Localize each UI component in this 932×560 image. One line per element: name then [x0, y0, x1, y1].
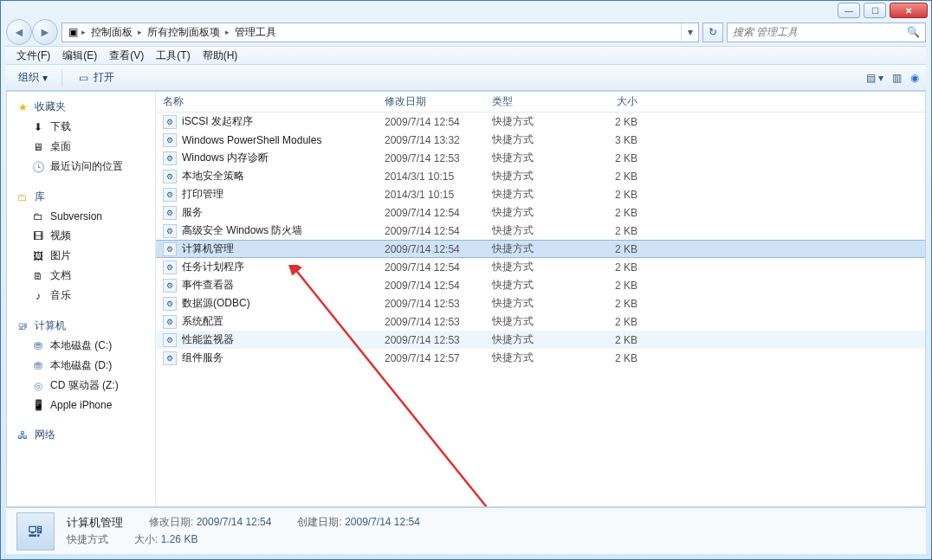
file-row[interactable]: ⚙系统配置2009/7/14 12:53快捷方式2 KB	[156, 312, 925, 331]
breadcrumb[interactable]: 控制面板	[87, 23, 136, 42]
breadcrumb[interactable]: 管理工具	[231, 23, 280, 42]
content-area: ★收藏夹 ⬇下载 🖥桌面 🕓最近访问的位置 🗀库 🗀Subversion 🎞视频…	[6, 91, 926, 507]
address-bar[interactable]: ▣ ▸ 控制面板 ▸ 所有控制面板项 ▸ 管理工具 ▾	[61, 23, 699, 42]
file-date: 2009/7/14 12:54	[378, 205, 485, 221]
file-size: 2 KB	[587, 169, 651, 184]
forward-button[interactable]: ►	[32, 19, 58, 45]
file-row[interactable]: ⚙性能监视器2009/7/14 12:53快捷方式2 KB	[156, 331, 925, 349]
file-row[interactable]: ⚙组件服务2009/7/14 12:57快捷方式2 KB	[156, 349, 925, 367]
sidebar-computer-head[interactable]: 🖳计算机	[7, 316, 155, 336]
file-row[interactable]: ⚙Windows 内存诊断2009/7/14 12:53快捷方式2 KB	[156, 149, 925, 167]
navigation-pane[interactable]: ★收藏夹 ⬇下载 🖥桌面 🕓最近访问的位置 🗀库 🗀Subversion 🎞视频…	[7, 92, 156, 506]
sidebar-item-drive-z[interactable]: ◎CD 驱动器 (Z:)	[7, 376, 155, 396]
file-name: 事件查看器	[182, 278, 234, 293]
sidebar-item-documents[interactable]: 🗎文档	[7, 266, 155, 286]
file-size: 2 KB	[587, 314, 651, 330]
file-name: 本地安全策略	[182, 169, 244, 183]
file-row[interactable]: ⚙事件查看器2009/7/14 12:54快捷方式2 KB	[156, 276, 925, 294]
breadcrumb[interactable]: 所有控制面板项	[144, 23, 223, 42]
column-headers: 名称 修改日期 类型 大小	[156, 92, 925, 113]
sidebar-item-recent[interactable]: 🕓最近访问的位置	[7, 157, 155, 177]
menu-file[interactable]: 文件(F)	[11, 46, 55, 66]
library-icon: 🗀	[16, 190, 29, 204]
file-type: 快捷方式	[485, 294, 587, 312]
menu-edit[interactable]: 编辑(E)	[57, 46, 102, 66]
file-date: 2014/3/1 10:15	[378, 187, 485, 203]
file-row[interactable]: ⚙服务2009/7/14 12:54快捷方式2 KB	[156, 203, 925, 222]
view-options-button[interactable]: ▤ ▾	[866, 72, 883, 84]
file-size: 3 KB	[587, 132, 651, 148]
file-date: 2009/7/14 12:54	[378, 241, 485, 257]
sidebar-item-music[interactable]: ♪音乐	[7, 286, 155, 306]
column-size[interactable]: 大小	[587, 91, 651, 113]
sidebar-item-videos[interactable]: 🎞视频	[7, 226, 155, 246]
maximize-button[interactable]: ☐	[864, 3, 886, 18]
column-name[interactable]: 名称	[156, 91, 378, 113]
file-type: 快捷方式	[485, 185, 587, 203]
file-row[interactable]: ⚙任务计划程序2009/7/14 12:54快捷方式2 KB	[156, 258, 925, 276]
file-name: 数据源(ODBC)	[182, 296, 250, 311]
refresh-button[interactable]: ↻	[702, 23, 723, 42]
menu-help[interactable]: 帮助(H)	[197, 46, 243, 66]
file-row[interactable]: ⚙高级安全 Windows 防火墙2009/7/14 12:54快捷方式2 KB	[156, 222, 925, 240]
file-date: 2009/7/14 12:53	[378, 332, 485, 348]
back-button[interactable]: ◄	[6, 19, 32, 45]
file-row[interactable]: ⚙计算机管理2009/7/14 12:54快捷方式2 KB	[156, 240, 925, 258]
folder-icon: 🗀	[31, 209, 45, 223]
help-button[interactable]: ◉	[910, 72, 919, 84]
drive-icon: ⛃	[31, 359, 45, 373]
open-button[interactable]: ▭ 打开	[71, 68, 120, 87]
chevron-right-icon[interactable]: ▸	[81, 28, 86, 36]
file-name: 性能监视器	[182, 332, 234, 347]
chevron-right-icon[interactable]: ▸	[138, 28, 142, 36]
sidebar-item-subversion[interactable]: 🗀Subversion	[7, 207, 155, 226]
address-dropdown[interactable]: ▾	[681, 23, 698, 42]
sidebar-item-desktop[interactable]: 🖥桌面	[7, 137, 155, 157]
file-row[interactable]: ⚙本地安全策略2014/3/1 10:15快捷方式2 KB	[156, 167, 925, 185]
shortcut-icon: ⚙	[163, 297, 177, 311]
sidebar-item-pictures[interactable]: 🖼图片	[7, 246, 155, 266]
shortcut-icon: ⚙	[163, 206, 177, 220]
file-date: 2009/7/14 13:32	[378, 132, 485, 148]
file-date: 2009/7/14 12:57	[378, 351, 485, 366]
file-name: 打印管理	[182, 187, 223, 202]
preview-pane-button[interactable]: ▥	[892, 72, 902, 84]
column-type[interactable]: 类型	[485, 91, 587, 113]
picture-icon: 🖼	[31, 249, 45, 263]
file-rows[interactable]: ⚙iSCSI 发起程序2009/7/14 12:54快捷方式2 KB⚙Windo…	[156, 113, 925, 506]
shortcut-icon: ⚙	[163, 133, 177, 147]
sidebar-libraries-head[interactable]: 🗀库	[7, 187, 155, 207]
menu-view[interactable]: 查看(V)	[104, 46, 149, 66]
sidebar-item-drive-d[interactable]: ⛃本地磁盘 (D:)	[7, 356, 155, 376]
file-row[interactable]: ⚙数据源(ODBC)2009/7/14 12:53快捷方式2 KB	[156, 294, 925, 312]
sidebar-favorites-head[interactable]: ★收藏夹	[7, 97, 155, 117]
shortcut-icon: ⚙	[163, 315, 177, 329]
file-row[interactable]: ⚙打印管理2014/3/1 10:15快捷方式2 KB	[156, 185, 925, 203]
minimize-button[interactable]: —	[838, 3, 860, 18]
file-type: 快捷方式	[485, 131, 587, 149]
shortcut-icon: ⚙	[163, 279, 177, 293]
file-type: 快捷方式	[485, 167, 587, 185]
file-name: Windows PowerShell Modules	[182, 134, 321, 146]
file-size: 2 KB	[587, 241, 651, 257]
sidebar-item-downloads[interactable]: ⬇下载	[7, 117, 155, 137]
shortcut-icon: ⚙	[163, 224, 177, 238]
sidebar-item-drive-c[interactable]: ⛃本地磁盘 (C:)	[7, 336, 155, 356]
close-button[interactable]: ✕	[890, 3, 928, 18]
chevron-right-icon[interactable]: ▸	[225, 28, 230, 36]
search-input[interactable]: 搜索 管理工具 🔍	[727, 23, 926, 42]
file-row[interactable]: ⚙Windows PowerShell Modules2009/7/14 13:…	[156, 131, 925, 149]
network-icon: 🖧	[16, 428, 29, 442]
file-size: 2 KB	[587, 114, 651, 130]
document-icon: 🗎	[31, 269, 45, 283]
organize-button[interactable]: 组织 ▾	[13, 68, 53, 87]
file-type: 快捷方式	[485, 258, 587, 276]
sidebar-network-head[interactable]: 🖧网络	[7, 425, 155, 445]
menu-tools[interactable]: 工具(T)	[151, 46, 195, 66]
column-date[interactable]: 修改日期	[378, 91, 485, 113]
file-row[interactable]: ⚙iSCSI 发起程序2009/7/14 12:54快捷方式2 KB	[156, 113, 925, 131]
file-name: 组件服务	[182, 351, 223, 365]
download-icon: ⬇	[31, 120, 45, 134]
sidebar-item-iphone[interactable]: 📱Apple iPhone	[7, 396, 155, 415]
shortcut-icon: ⚙	[163, 351, 177, 365]
